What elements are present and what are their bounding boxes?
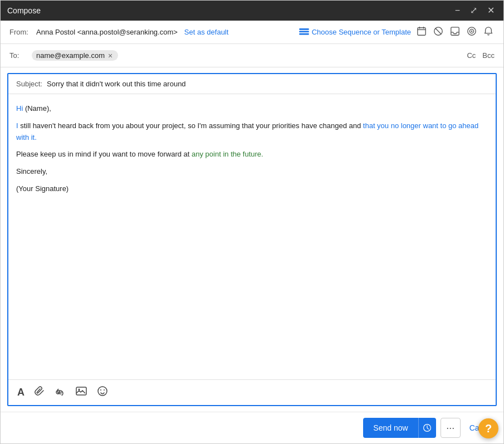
bcc-button[interactable]: Bcc (482, 51, 495, 60)
link-button[interactable] (53, 386, 67, 399)
target-icon-btn[interactable] (466, 25, 478, 40)
emoji-icon (97, 386, 108, 397)
calendar-icon-btn[interactable] (415, 25, 428, 40)
svg-line-8 (436, 28, 442, 34)
target-icon (467, 26, 477, 36)
email-body-wrapper: Subject: Sorry that it didn't work out t… (7, 73, 497, 406)
sequence-template-label: Choose Sequence or Template (312, 28, 411, 36)
body-paragraph-2: Please keep us in mind if you want to mo… (16, 149, 488, 160)
send-schedule-button[interactable] (418, 418, 436, 438)
from-row: From: Anna Postol <anna.postol@seranking… (1, 21, 503, 44)
clock-icon (423, 423, 432, 432)
to-row: To: name@example.com × Cc Bcc (1, 44, 503, 67)
recipient-chip: name@example.com × (32, 50, 118, 61)
from-label: From: (9, 28, 32, 36)
link-icon (55, 389, 66, 396)
block-icon (433, 26, 443, 36)
svg-point-12 (471, 30, 473, 32)
attach-icon (35, 386, 45, 397)
subject-label: Subject: (16, 80, 47, 88)
body-paragraph-1: I still haven't heard back from you abou… (16, 120, 488, 144)
svg-rect-3 (418, 27, 425, 35)
close-button[interactable]: ✕ (485, 5, 497, 16)
subject-row: Subject: Sorry that it didn't work out t… (8, 74, 496, 94)
send-now-label: Send now (373, 423, 408, 432)
font-format-button[interactable]: A (16, 386, 26, 399)
signature-line: (Your Signature) (16, 183, 488, 195)
more-options-button[interactable]: ··· (441, 418, 461, 438)
send-now-button[interactable]: Send now (363, 418, 418, 438)
compose-window: Compose − ⤢ ✕ From: Anna Postol <anna.po… (0, 0, 504, 444)
greeting-line: Hi (Name), (16, 103, 488, 115)
title-bar: Compose − ⤢ ✕ (1, 1, 503, 21)
inbox-icon (450, 26, 460, 36)
bell-icon (483, 26, 493, 36)
subject-text: Sorry that it didn't work out this time … (47, 80, 186, 88)
image-icon (76, 386, 87, 396)
help-bubble[interactable]: ? (478, 418, 498, 438)
formatting-toolbar: A (8, 379, 496, 405)
svg-point-16 (100, 389, 101, 391)
more-icon: ··· (446, 422, 454, 434)
footer: Send now ··· Can... (1, 412, 503, 443)
svg-point-14 (79, 389, 80, 391)
cc-bcc-buttons: Cc Bcc (467, 51, 495, 60)
to-label: To: (9, 51, 32, 60)
header-toolbar-icons (415, 25, 495, 40)
sequence-template-button[interactable]: Choose Sequence or Template (299, 28, 411, 36)
svg-rect-2 (299, 33, 309, 35)
from-email: Anna Postol <anna.postol@seranking.com> (36, 28, 178, 36)
set-as-default-link[interactable]: Set as default (184, 28, 229, 36)
help-icon: ? (485, 422, 492, 435)
inbox-icon-btn[interactable] (449, 25, 461, 40)
email-content[interactable]: Hi (Name), I still haven't heard back fr… (8, 94, 496, 379)
bell-icon-btn[interactable] (482, 25, 495, 40)
from-row-right: Choose Sequence or Template (299, 25, 495, 40)
stacks-icon (299, 28, 309, 36)
font-icon: A (17, 387, 25, 398)
attach-button[interactable] (33, 384, 46, 401)
svg-rect-0 (299, 28, 309, 30)
svg-rect-1 (299, 31, 309, 32)
closing-line: Sincerely, (16, 166, 488, 178)
emoji-button[interactable] (96, 384, 109, 401)
image-button[interactable] (75, 385, 88, 400)
svg-point-17 (104, 389, 105, 391)
window-controls: − ⤢ ✕ (453, 5, 497, 16)
block-icon-btn[interactable] (432, 25, 444, 40)
cc-button[interactable]: Cc (467, 51, 476, 60)
minimize-button[interactable]: − (453, 5, 462, 16)
window-title: Compose (7, 6, 41, 15)
send-button-group: Send now (363, 418, 436, 438)
calendar-icon (417, 26, 427, 36)
recipient-email: name@example.com (36, 51, 105, 60)
remove-recipient-button[interactable]: × (107, 52, 114, 60)
restore-button[interactable]: ⤢ (468, 5, 479, 16)
